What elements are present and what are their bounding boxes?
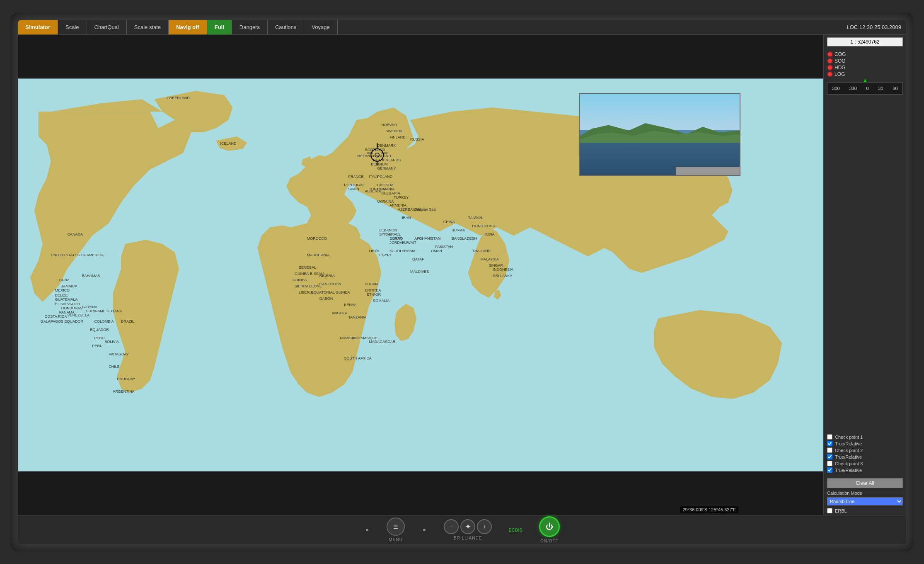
power-button[interactable]: ⏻ <box>539 516 560 537</box>
svg-text:TUNESIA: TUNESIA <box>369 187 385 191</box>
svg-text:GERMANY: GERMANY <box>377 166 396 170</box>
checkpoint-3-relative-label: True/Relative <box>835 468 862 473</box>
menu-full[interactable]: Full <box>207 20 232 34</box>
svg-text:SINGAP.: SINGAP. <box>489 263 503 267</box>
checkpoint-1-relative-checkbox[interactable] <box>827 441 832 446</box>
checkpoint-2-relative-checkbox[interactable] <box>827 454 832 459</box>
log-label: LOG <box>835 71 845 77</box>
checkpoint-2-row: Check point 2 <box>827 447 903 453</box>
minus-icon: − <box>450 523 453 530</box>
checkpoint-1-sub-row: True/Relative <box>827 441 903 446</box>
checkpoint-2-sub-row: True/Relative <box>827 454 903 459</box>
svg-text:GUINEA: GUINEA <box>293 278 307 282</box>
sog-indicator: SOG <box>828 58 902 64</box>
svg-text:PARAGUAY: PARAGUAY <box>109 352 129 356</box>
menu-simulator[interactable]: Simulator <box>18 20 58 34</box>
menu-scale-state[interactable]: Scale state <box>127 20 169 34</box>
svg-text:SIERRA LEONE: SIERRA LEONE <box>295 284 322 288</box>
svg-text:VENEZUELA: VENEZUELA <box>68 313 89 317</box>
indicators-group: COG SOG HDG LOG <box>824 49 906 80</box>
svg-text:MAURITANIA: MAURITANIA <box>307 253 330 257</box>
hdg-led <box>828 66 832 70</box>
svg-text:BANGLADESH: BANGLADESH <box>452 236 477 241</box>
menu-chartqual[interactable]: ChartQual <box>87 20 127 34</box>
erbl-label: ERBL <box>835 508 847 513</box>
menu-label: menu <box>389 537 402 542</box>
compass-330: 330 <box>849 86 856 91</box>
sog-label: SOG <box>835 58 846 64</box>
ecdis-label: ECDIS <box>508 528 522 532</box>
checkpoint-3-checkbox[interactable] <box>827 461 832 466</box>
checkpoint-1-label: Check point 1 <box>835 435 863 440</box>
brilliance-plus-button[interactable]: + <box>477 519 492 534</box>
svg-text:EL SALVADOR: EL SALVADOR <box>55 302 80 306</box>
svg-text:BELGIUM: BELGIUM <box>371 162 387 166</box>
checkpoint-3-relative-checkbox[interactable] <box>827 467 832 473</box>
menu-navig-off[interactable]: Navig off <box>169 20 207 34</box>
svg-text:COSTA RICA: COSTA RICA <box>45 314 67 318</box>
menu-circle[interactable]: ☰ <box>387 518 405 536</box>
ecdis-indicator: ECDIS <box>508 528 522 532</box>
compass-30: 30 <box>878 86 883 91</box>
sun-icon: ✦ <box>465 522 471 531</box>
svg-text:Caspian Sea: Caspian Sea <box>414 207 435 212</box>
svg-text:HONG KONG: HONG KONG <box>472 224 496 228</box>
menu-dangers[interactable]: Dangers <box>232 20 268 34</box>
svg-text:SURINAME GUYANA: SURINAME GUYANA <box>86 309 122 313</box>
time-display: LOC 12:30 25.03.2009 <box>842 24 906 30</box>
svg-text:TANZANIA: TANZANIA <box>348 315 367 319</box>
menu-scale[interactable]: Scale <box>58 20 87 34</box>
svg-text:SRI LANKA: SRI LANKA <box>493 274 512 278</box>
svg-text:QATAR: QATAR <box>412 257 425 261</box>
calc-mode-select[interactable]: Rhumb Line Great Circle <box>827 497 903 506</box>
cog-indicator: COG <box>828 51 902 57</box>
svg-text:PERU: PERU <box>94 336 104 340</box>
coordinate-display: 29°36.009'S 125°45.627'E <box>680 506 738 513</box>
menu-voyage[interactable]: Voyage <box>304 20 337 34</box>
svg-text:SUDAN: SUDAN <box>365 282 377 286</box>
svg-text:MADAGASCAR: MADAGASCAR <box>369 340 395 344</box>
camera-overlay <box>579 93 740 176</box>
svg-text:CUBA: CUBA <box>59 278 70 282</box>
erbl-checkbox[interactable] <box>827 508 832 513</box>
power-button-group[interactable]: ⏻ ON/OFF <box>539 516 560 543</box>
log-led <box>828 72 832 76</box>
svg-text:BRAZIL: BRAZIL <box>121 319 134 323</box>
svg-text:LIBYA: LIBYA <box>369 249 379 253</box>
svg-text:PERU: PERU <box>92 344 102 348</box>
svg-text:CHINA: CHINA <box>443 220 455 224</box>
plus-icon: + <box>483 523 486 530</box>
svg-text:IRELAND: IRELAND <box>356 154 373 158</box>
checkpoint-2-relative-label: True/Relative <box>835 455 862 459</box>
main-area: CANADA UNITED STATES OF AMERICA BRAZIL B… <box>18 35 906 515</box>
svg-text:GUATEMALA: GUATEMALA <box>55 297 78 301</box>
svg-text:UKRAINA: UKRAINA <box>377 199 394 204</box>
svg-text:RUSSIA: RUSSIA <box>410 137 424 141</box>
bottom-bar: ☰ menu − ✦ + BRILLIANCE <box>18 515 906 544</box>
svg-text:PORTUGAL: PORTUGAL <box>344 183 365 187</box>
svg-text:NORWAY: NORWAY <box>381 123 397 127</box>
svg-text:UNITED STATES OF AMERICA: UNITED STATES OF AMERICA <box>51 253 104 257</box>
menu-bar: Simulator Scale ChartQual Scale state Na… <box>18 20 906 35</box>
svg-text:SPAIN: SPAIN <box>348 187 359 191</box>
erbl-row: ERBL <box>824 506 906 515</box>
svg-text:URUGUAY: URUGUAY <box>117 377 135 381</box>
svg-text:MOROCCO: MOROCCO <box>307 236 327 241</box>
calc-mode-label: Calculation Mode <box>824 490 906 496</box>
brilliance-minus-button[interactable]: − <box>444 519 459 534</box>
svg-text:GALAPAGOS EQUADOR: GALAPAGOS EQUADOR <box>41 319 84 323</box>
checkpoint-1-checkbox[interactable] <box>827 434 832 440</box>
hdg-label: HDG <box>835 65 846 70</box>
svg-text:GREENLAND: GREENLAND <box>167 96 190 100</box>
checkpoint-2-checkbox[interactable] <box>827 447 832 453</box>
hdg-indicator: HDG <box>828 65 902 70</box>
menu-cautions[interactable]: Cautions <box>268 20 304 34</box>
svg-text:ENGLAND: ENGLAND <box>373 154 391 158</box>
clear-all-button[interactable]: Clear All <box>827 478 903 488</box>
power-icon: ⏻ <box>546 523 553 531</box>
svg-text:IRAN: IRAN <box>402 216 411 220</box>
brilliance-sun-button[interactable]: ✦ <box>460 519 475 534</box>
menu-button[interactable]: ☰ menu <box>387 518 405 542</box>
svg-text:MALDIVES: MALDIVES <box>410 270 429 274</box>
map-container[interactable]: CANADA UNITED STATES OF AMERICA BRAZIL B… <box>18 35 823 515</box>
